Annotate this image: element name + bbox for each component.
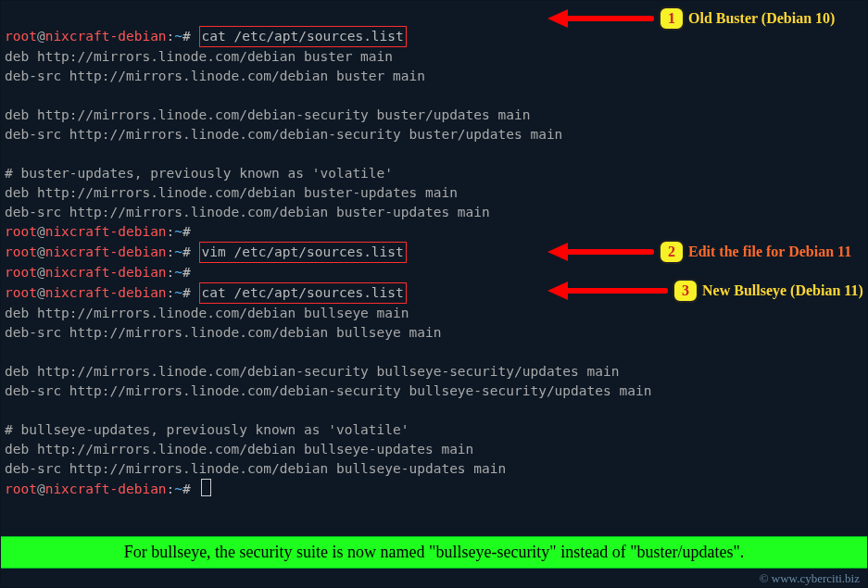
line: deb-src http://mirrors.linode.com/debian… (5, 205, 490, 219)
prompt-user: root (5, 29, 37, 44)
line: deb-src http://mirrors.linode.com/debian… (5, 127, 562, 142)
terminal-output: root@nixcraft-debian:~# cat /etc/apt/sou… (1, 1, 867, 499)
line: deb http://mirrors.linode.com/debian bus… (5, 185, 458, 200)
line: deb-src http://mirrors.linode.com/debian… (5, 461, 506, 476)
line: deb http://mirrors.linode.com/debian-sec… (5, 107, 530, 122)
line: deb-src http://mirrors.linode.com/debian… (5, 383, 651, 398)
terminal-cursor (201, 479, 211, 496)
command-vim: vim /etc/apt/sources.list (199, 242, 407, 263)
prompt-host: nixcraft-debian (45, 29, 167, 44)
line: deb-src http://mirrors.linode.com/debian… (5, 325, 441, 340)
line: # bullseye-updates, previously known as … (5, 422, 409, 437)
line: # buster-updates, previously known as 'v… (5, 166, 393, 181)
line: deb http://mirrors.linode.com/debian bul… (5, 306, 409, 320)
info-banner: For bullseye, the security suite is now … (1, 536, 867, 569)
line: deb http://mirrors.linode.com/debian-sec… (5, 364, 619, 379)
line: deb http://mirrors.linode.com/debian bul… (5, 442, 473, 457)
line: deb-src http://mirrors.linode.com/debian… (5, 69, 425, 83)
copyright: © www.cyberciti.biz (760, 571, 860, 586)
command-cat-2: cat /etc/apt/sources.list (199, 282, 407, 304)
line: deb http://mirrors.linode.com/debian bus… (5, 49, 393, 64)
command-cat-1: cat /etc/apt/sources.list (199, 26, 407, 47)
